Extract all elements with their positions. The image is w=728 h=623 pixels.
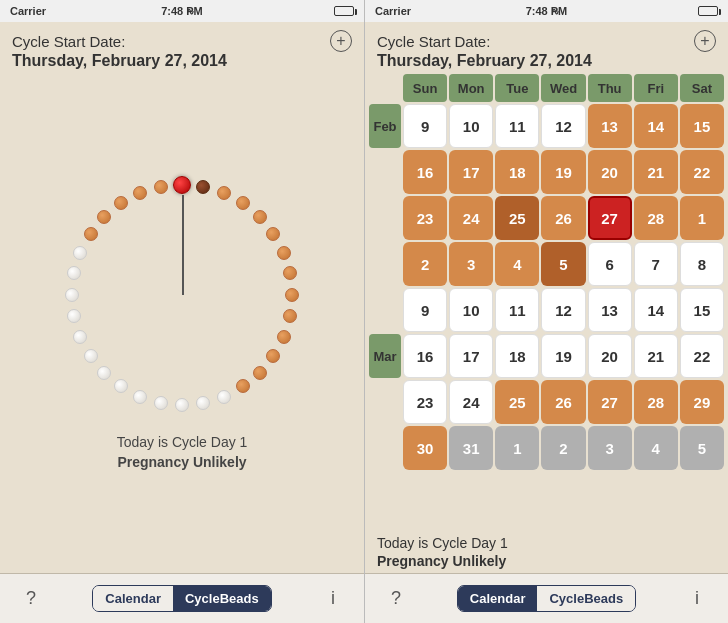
cal-cell-r7-c4[interactable]: 3 [588, 426, 632, 470]
cal-cell-r6-c2[interactable]: 25 [495, 380, 539, 424]
cal-row-7: 303112345 [369, 426, 724, 470]
cal-cell-r4-c2[interactable]: 11 [495, 288, 539, 332]
bead-1 [196, 180, 210, 194]
header-mon: Mon [449, 74, 493, 102]
cal-cell-r0-c6[interactable]: 15 [680, 104, 724, 148]
bead-12 [253, 366, 267, 380]
cal-cell-r7-c3[interactable]: 2 [541, 426, 585, 470]
cal-cell-r2-c0[interactable]: 23 [403, 196, 447, 240]
cal-row-3: 2345678 [369, 242, 724, 286]
cal-cell-r2-c6[interactable]: 1 [680, 196, 724, 240]
cal-cell-r0-c5[interactable]: 14 [634, 104, 678, 148]
cal-cell-r4-c3[interactable]: 12 [541, 288, 585, 332]
cal-cell-r5-c5[interactable]: 21 [634, 334, 678, 378]
cal-cell-r6-c6[interactable]: 29 [680, 380, 724, 424]
cal-cell-r2-c1[interactable]: 24 [449, 196, 493, 240]
battery-icon-right [698, 6, 718, 16]
cal-cell-r6-c4[interactable]: 27 [588, 380, 632, 424]
bead-11 [266, 349, 280, 363]
cal-cell-r0-c2[interactable]: 11 [495, 104, 539, 148]
cal-cell-r2-c5[interactable]: 28 [634, 196, 678, 240]
cal-cell-r2-c2[interactable]: 25 [495, 196, 539, 240]
header-wed: Wed [541, 74, 585, 102]
cal-cell-r2-c4[interactable]: 27 [588, 196, 632, 240]
cal-cell-r5-c0[interactable]: 16 [403, 334, 447, 378]
cal-cell-r1-c4[interactable]: 20 [588, 150, 632, 194]
cal-cell-r5-c4[interactable]: 20 [588, 334, 632, 378]
tab-calendar-left[interactable]: Calendar [93, 586, 173, 611]
cal-cell-r1-c6[interactable]: 22 [680, 150, 724, 194]
bead-20 [97, 366, 111, 380]
cycle-date-left: Thursday, February 27, 2014 [12, 52, 352, 70]
bead-22 [73, 330, 87, 344]
bead-3 [236, 196, 250, 210]
bead-26 [73, 246, 87, 260]
info-icon-right[interactable]: i [682, 588, 712, 609]
cal-cell-r4-c5[interactable]: 14 [634, 288, 678, 332]
carrier-left: Carrier [10, 5, 46, 17]
cal-cell-r7-c0[interactable]: 30 [403, 426, 447, 470]
status-line2-right: Pregnancy Unlikely [377, 553, 716, 569]
bead-0[interactable] [173, 176, 191, 194]
cal-cell-r1-c2[interactable]: 18 [495, 150, 539, 194]
cal-cell-r3-c1[interactable]: 3 [449, 242, 493, 286]
cal-cell-r7-c6[interactable]: 5 [680, 426, 724, 470]
question-icon-left[interactable]: ? [16, 588, 46, 609]
month-label-3 [369, 242, 401, 286]
cal-cell-r5-c3[interactable]: 19 [541, 334, 585, 378]
add-button-right[interactable]: + [694, 30, 716, 52]
cal-cell-r3-c5[interactable]: 7 [634, 242, 678, 286]
cal-cell-r3-c3[interactable]: 5 [541, 242, 585, 286]
add-button-left[interactable]: + [330, 30, 352, 52]
tab-cyclebeads-left[interactable]: CycleBeads [173, 586, 271, 611]
cal-cell-r3-c2[interactable]: 4 [495, 242, 539, 286]
cal-cell-r0-c0[interactable]: 9 [403, 104, 447, 148]
tab-cyclebeads-right[interactable]: CycleBeads [537, 586, 635, 611]
cal-cell-r4-c4[interactable]: 13 [588, 288, 632, 332]
cal-cell-r4-c1[interactable]: 10 [449, 288, 493, 332]
cal-cell-r7-c1[interactable]: 31 [449, 426, 493, 470]
cal-cell-r3-c0[interactable]: 2 [403, 242, 447, 286]
cal-cell-r4-c6[interactable]: 15 [680, 288, 724, 332]
left-panel: Carrier ∿ 7:48 PM Cycle Start Date: + Th… [0, 0, 364, 623]
bead-29 [114, 196, 128, 210]
cal-cell-r4-c0[interactable]: 9 [403, 288, 447, 332]
cal-cell-r5-c2[interactable]: 18 [495, 334, 539, 378]
header-right: Cycle Start Date: + Thursday, February 2… [365, 22, 728, 74]
cal-cell-r5-c1[interactable]: 17 [449, 334, 493, 378]
cal-cell-r1-c1[interactable]: 17 [449, 150, 493, 194]
cal-cell-r6-c5[interactable]: 28 [634, 380, 678, 424]
calendar-view: Sun Mon Tue Wed Thu Fri Sat Feb910111213… [365, 74, 728, 573]
bead-14 [217, 390, 231, 404]
cal-cell-r1-c5[interactable]: 21 [634, 150, 678, 194]
status-line2-left: Pregnancy Unlikely [117, 453, 248, 473]
cal-cell-r5-c6[interactable]: 22 [680, 334, 724, 378]
cal-cell-r0-c3[interactable]: 12 [541, 104, 585, 148]
cal-cell-r6-c1[interactable]: 24 [449, 380, 493, 424]
month-label-5: Mar [369, 334, 401, 378]
cal-cell-r0-c4[interactable]: 13 [588, 104, 632, 148]
cal-cell-r1-c3[interactable]: 19 [541, 150, 585, 194]
cal-cell-r6-c3[interactable]: 26 [541, 380, 585, 424]
right-panel: Carrier ∿ 7:48 PM Cycle Start Date: + Th… [364, 0, 728, 623]
tab-calendar-right[interactable]: Calendar [458, 586, 538, 611]
month-label-2 [369, 196, 401, 240]
cal-cell-r3-c4[interactable]: 6 [588, 242, 632, 286]
cal-cell-r7-c5[interactable]: 4 [634, 426, 678, 470]
cal-cell-r3-c6[interactable]: 8 [680, 242, 724, 286]
cal-cell-r7-c2[interactable]: 1 [495, 426, 539, 470]
bead-21 [84, 349, 98, 363]
cal-cell-r0-c1[interactable]: 10 [449, 104, 493, 148]
cal-cell-r1-c0[interactable]: 16 [403, 150, 447, 194]
cal-cell-r6-c0[interactable]: 23 [403, 380, 447, 424]
info-icon-left[interactable]: i [318, 588, 348, 609]
bead-31 [154, 180, 168, 194]
cyclebeads-view: Today is Cycle Day 1 Pregnancy Unlikely [0, 74, 364, 573]
header-empty [369, 74, 401, 102]
month-label-0: Feb [369, 104, 401, 148]
time-left: 7:48 PM [161, 5, 203, 17]
cal-cell-r2-c3[interactable]: 26 [541, 196, 585, 240]
bead-27 [84, 227, 98, 241]
question-icon-right[interactable]: ? [381, 588, 411, 609]
bead-16 [175, 398, 189, 412]
